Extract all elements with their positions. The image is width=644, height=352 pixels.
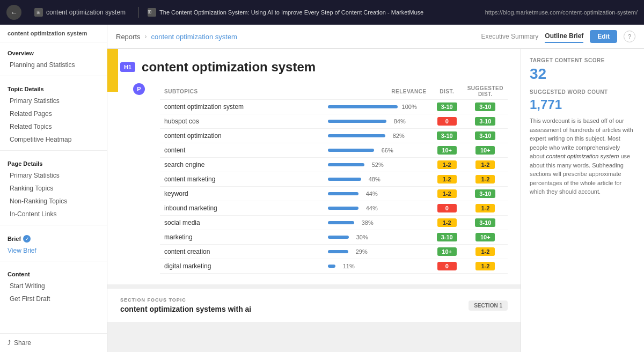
col-suggested: SUGGESTED DIST. (463, 83, 508, 100)
topbar-divider (138, 7, 139, 18)
sidebar-item-in-content[interactable]: In-Content Links (8, 208, 99, 221)
suggested-cell: 1-2 (463, 201, 508, 216)
dist-cell: 1-2 (431, 158, 463, 172)
dist-badge: 0 (437, 262, 457, 270)
brief-check-icon: ✓ (23, 235, 31, 243)
dist-badge: 1-2 (437, 189, 457, 198)
dist-cell: 0 (431, 114, 463, 129)
suggested-cell: 3-10 (463, 114, 508, 129)
dist-cell: 3-10 (431, 230, 463, 245)
right-panel: TARGET CONTENT SCORE 32 SUGGESTED WORD C… (521, 49, 644, 352)
tab-executive[interactable]: Executive Summary (481, 31, 539, 42)
share-label: Share (14, 339, 31, 347)
suggested-badge: 1-2 (475, 204, 495, 212)
subtopics-table: SUBTOPICS RELEVANCE DIST. SUGGESTED DIST… (160, 83, 508, 274)
subtopic-name: inbound marketing (160, 201, 324, 216)
sidebar-item-planning[interactable]: Planning and Statistics (8, 58, 99, 71)
relevance-pct: 84% (390, 118, 406, 124)
tab1-icon: ⊞ (34, 8, 43, 17)
relevance-cell: 44% (324, 201, 431, 216)
help-button[interactable]: ? (624, 31, 635, 42)
edit-button[interactable]: Edit (590, 30, 617, 43)
suggested-cell: 1-2 (463, 158, 508, 172)
sidebar-brief-header: Brief ✓ (8, 232, 99, 245)
relevance-bar (328, 105, 398, 108)
table-row: social media 38% 1-2 3-10 (160, 216, 508, 230)
dist-cell: 1-2 (431, 216, 463, 230)
subtopic-name: hubspot cos (160, 114, 324, 129)
subtopic-name: social media (160, 216, 324, 230)
relevance-bar (328, 149, 374, 152)
relevance-pct: 38% (357, 219, 374, 226)
relevance-pct: 52% (368, 162, 384, 168)
sidebar-divider-1 (0, 76, 107, 76)
tab-outline[interactable]: Outline Brief (545, 30, 583, 43)
dist-cell: 3-10 (431, 100, 463, 114)
sidebar-item-page-primary[interactable]: Primary Statistics (8, 169, 99, 182)
suggested-badge: 3-10 (475, 102, 495, 111)
sidebar-content-section: Content Start Writing Get First Draft (0, 263, 107, 307)
relevance-cell: 38% (324, 216, 431, 230)
sidebar-item-primary-stats[interactable]: Primary Statistics (8, 94, 99, 107)
word-count-desc: This wordcount is is based off of our as… (530, 116, 635, 196)
tab1[interactable]: ⊞ content optimization system (30, 6, 130, 19)
back-icon: ← (11, 9, 18, 17)
relevance-bar (328, 163, 364, 166)
sidebar-topic-header: Topic Details (8, 83, 99, 94)
table-row: inbound marketing 44% 0 1-2 (160, 201, 508, 216)
section-badge: SECTION 1 (469, 300, 508, 311)
sidebar-share[interactable]: ⤴ Share (0, 333, 107, 352)
relevance-cell: 100% (324, 100, 431, 114)
sidebar-view-brief[interactable]: View Brief (8, 245, 99, 256)
relevance-cell: 84% (324, 114, 431, 129)
suggested-cell: 1-2 (463, 172, 508, 187)
doc-yellow-mark (107, 49, 118, 92)
subtopic-name: content marketing (160, 172, 324, 187)
table-row: content optimization system 100% 3-10 3-… (160, 100, 508, 114)
relevance-cell: 30% (324, 230, 431, 245)
doc-h1-row: H1 content optimization system (120, 60, 508, 75)
col-subtopics: SUBTOPICS (160, 83, 324, 100)
relevance-cell: 29% (324, 245, 431, 259)
dist-badge: 3-10 (437, 102, 457, 111)
center-panel: H1 content optimization system P SUBTOPI… (107, 49, 521, 352)
suggested-cell: 3-10 (463, 216, 508, 230)
sidebar-item-non-ranking[interactable]: Non-Ranking Topics (8, 195, 99, 208)
app-body: content optimization system Overview Pla… (0, 25, 644, 352)
back-button[interactable]: ← (6, 5, 21, 20)
sidebar-item-get-draft[interactable]: Get First Draft (8, 292, 99, 305)
relevance-bar (328, 265, 335, 268)
table-row: marketing 30% 3-10 10+ (160, 230, 508, 245)
sidebar-item-related-topics[interactable]: Related Topics (8, 120, 99, 133)
subtopic-name: digital marketing (160, 259, 324, 274)
table-row: keyword 44% 1-2 3-10 (160, 187, 508, 201)
reports-link[interactable]: Reports (116, 33, 141, 41)
sidebar-overview-header: Overview (8, 47, 99, 58)
breadcrumb-arrow-icon: › (145, 33, 147, 40)
tab2[interactable]: ⊞ The Content Optimization System: Using… (148, 8, 477, 17)
suggested-badge: 3-10 (475, 218, 495, 227)
col-dist: DIST. (431, 83, 463, 100)
dist-cell: 0 (431, 259, 463, 274)
sidebar-item-competitive[interactable]: Competitive Heatmap (8, 133, 99, 146)
p-badge: P (133, 83, 145, 95)
relevance-bar (328, 192, 358, 195)
sidebar-item-start-writing[interactable]: Start Writing (8, 280, 99, 292)
suggested-badge: 3-10 (475, 117, 495, 126)
relevance-pct: 48% (364, 176, 380, 182)
dist-badge: 10+ (437, 146, 457, 155)
sidebar-content-header: Content (8, 268, 99, 280)
suggested-cell: 1-2 (463, 259, 508, 274)
breadcrumb-current: content optimization system (151, 33, 237, 41)
dist-badge: 1-2 (437, 160, 457, 169)
sidebar-item-ranking-topics[interactable]: Ranking Topics (8, 182, 99, 195)
header-actions: Executive Summary Outline Brief Edit ? (481, 30, 635, 43)
brief-label: Brief (8, 236, 21, 242)
doc-section: H1 content optimization system P SUBTOPI… (107, 49, 521, 284)
subtopic-name: content (160, 143, 324, 158)
share-icon: ⤴ (8, 339, 11, 347)
sidebar-item-related-pages[interactable]: Related Pages (8, 107, 99, 120)
doc-title: content optimization system (142, 60, 316, 75)
table-row: content marketing 48% 1-2 1-2 (160, 172, 508, 187)
table-row: content creation 29% 10+ 1-2 (160, 245, 508, 259)
